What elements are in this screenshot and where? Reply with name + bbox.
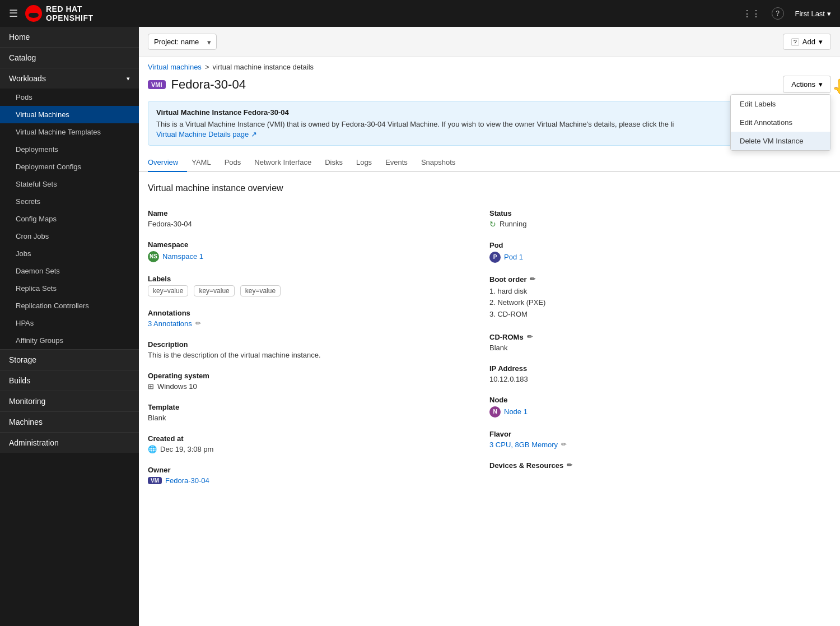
action-delete-vm-instance[interactable]: Delete VM Instance bbox=[731, 132, 830, 150]
label-tag-1: key=value bbox=[148, 285, 188, 296]
sidebar-item-replica-sets[interactable]: Replica Sets bbox=[0, 280, 139, 297]
vm-details-page-link[interactable]: Virtual Machine Details page ↗ bbox=[156, 130, 257, 138]
sidebar-item-storage[interactable]: Storage bbox=[0, 349, 139, 370]
sidebar-item-cron-jobs[interactable]: Cron Jobs bbox=[0, 228, 139, 245]
sidebar-item-pods[interactable]: Pods bbox=[0, 89, 139, 106]
actions-container: Actions ▾ Edit Labels Edit Annotations D… bbox=[783, 76, 831, 93]
sidebar-item-deployment-configs[interactable]: Deployment Configs bbox=[0, 158, 139, 175]
sidebar-item-builds[interactable]: Builds bbox=[0, 370, 139, 391]
info-box-title: Virtual Machine Instance Fedora-30-04 bbox=[156, 108, 823, 117]
overview-left-col: Name Fedora-30-04 Namespace NS Namspace … bbox=[148, 205, 489, 493]
sidebar-item-daemon-sets[interactable]: Daemon Sets bbox=[0, 262, 139, 280]
project-selector-wrapper: Project: name bbox=[148, 34, 217, 50]
actions-dropdown: Edit Labels Edit Annotations Delete VM I… bbox=[730, 94, 831, 151]
redhat-logo-icon bbox=[25, 4, 43, 22]
field-created-at-value: 🌐 Dec 19, 3:08 pm bbox=[148, 445, 489, 453]
boot-item-3: 3. CD-ROM bbox=[489, 309, 545, 321]
sidebar-item-administration[interactable]: Administration bbox=[0, 432, 139, 453]
devices-edit-icon[interactable]: ✏ bbox=[567, 461, 572, 469]
boot-order-edit-icon[interactable]: ✏ bbox=[530, 275, 535, 283]
field-template-value: Blank bbox=[148, 414, 489, 422]
help-icon[interactable]: ? bbox=[772, 7, 784, 20]
sidebar-item-vm-templates[interactable]: Virtual Machine Templates bbox=[0, 123, 139, 141]
sidebar-item-jobs[interactable]: Jobs bbox=[0, 245, 139, 262]
tab-disks[interactable]: Disks bbox=[325, 154, 352, 172]
annotations-link[interactable]: 3 Annotations bbox=[148, 319, 192, 328]
flavor-link[interactable]: 3 CPU, 8GB Memory bbox=[489, 440, 558, 449]
info-box: Virtual Machine Instance Fedora-30-04 Th… bbox=[148, 101, 831, 146]
field-boot-order: Boot order ✏ 1. hard disk 2. Network (PX… bbox=[489, 271, 831, 328]
flavor-edit-icon[interactable]: ✏ bbox=[561, 440, 567, 448]
field-name: Name Fedora-30-04 bbox=[148, 205, 489, 236]
field-node: Node N Node 1 bbox=[489, 391, 831, 425]
namespace-badge: NS bbox=[148, 251, 159, 262]
workloads-chevron-icon: ▾ bbox=[127, 75, 130, 82]
tab-yaml[interactable]: YAML bbox=[192, 154, 220, 172]
add-chevron-icon: ▾ bbox=[819, 38, 823, 46]
tab-overview[interactable]: Overview bbox=[148, 154, 187, 172]
sidebar-item-replication-controllers[interactable]: Replication Controllers bbox=[0, 297, 139, 314]
vm-owner-badge: VM bbox=[148, 477, 162, 484]
hamburger-icon[interactable]: ☰ bbox=[9, 7, 18, 20]
sidebar-item-home[interactable]: Home bbox=[0, 27, 139, 47]
field-name-value: Fedora-30-04 bbox=[148, 220, 489, 228]
page-title: Fedora-30-04 bbox=[171, 77, 246, 92]
node-badge: N bbox=[489, 406, 501, 418]
sidebar-item-monitoring[interactable]: Monitoring bbox=[0, 391, 139, 411]
info-box-text: This is a Virtual Machine Instance (VMI)… bbox=[156, 119, 823, 130]
sidebar-item-catalog[interactable]: Catalog bbox=[0, 47, 139, 68]
cd-roms-edit-icon[interactable]: ✏ bbox=[527, 333, 533, 341]
field-ip-value: 10.12.0.183 bbox=[489, 375, 831, 383]
field-status: Status ↻ Running bbox=[489, 205, 831, 237]
sidebar-item-secrets[interactable]: Secrets bbox=[0, 193, 139, 210]
field-cd-roms-value: Blank bbox=[489, 344, 831, 352]
tab-pods[interactable]: Pods bbox=[225, 154, 250, 172]
overview-content: Virtual machine instance overview Name F… bbox=[139, 172, 840, 504]
sidebar-item-workloads[interactable]: Workloads ▾ bbox=[0, 68, 139, 89]
tab-events[interactable]: Events bbox=[385, 154, 417, 172]
tab-snapshots[interactable]: Snapshots bbox=[421, 154, 464, 172]
boot-item-1: 1. hard disk bbox=[489, 286, 545, 298]
label-tag-2: key=value bbox=[194, 285, 234, 296]
sidebar-item-virtual-machines[interactable]: Virtual Machines bbox=[0, 106, 139, 123]
external-link-icon: ↗ bbox=[251, 130, 257, 138]
logo: RED HATOPENSHIFT bbox=[25, 4, 94, 22]
running-icon: ↻ bbox=[489, 220, 496, 229]
actions-button[interactable]: Actions ▾ bbox=[783, 76, 831, 93]
sidebar-item-hpas[interactable]: HPAs bbox=[0, 314, 139, 332]
overview-right-col: Status ↻ Running Pod P Pod 1 bbox=[489, 205, 831, 493]
main-content: Project: name ? Add ▾ Virtual machines >… bbox=[139, 27, 840, 626]
user-chevron-icon: ▾ bbox=[827, 10, 831, 18]
topbar: ☰ RED HATOPENSHIFT ⋮⋮ ? First Last ▾ bbox=[0, 0, 840, 27]
action-edit-annotations[interactable]: Edit Annotations bbox=[731, 113, 830, 132]
node-link[interactable]: Node 1 bbox=[504, 407, 528, 416]
tab-logs[interactable]: Logs bbox=[356, 154, 381, 172]
sidebar-item-machines[interactable]: Machines bbox=[0, 411, 139, 432]
breadcrumb-area: Virtual machines > virtual machine insta… bbox=[139, 57, 840, 71]
annotations-edit-icon[interactable]: ✏ bbox=[195, 319, 201, 327]
field-created-at: Created at 🌐 Dec 19, 3:08 pm bbox=[148, 430, 489, 461]
field-node-value: N Node 1 bbox=[489, 406, 831, 418]
tab-network-interface[interactable]: Network Interface bbox=[254, 154, 320, 172]
field-flavor: Flavor 3 CPU, 8GB Memory ✏ bbox=[489, 425, 831, 457]
overview-grid: Name Fedora-30-04 Namespace NS Namspace … bbox=[148, 205, 831, 493]
breadcrumb-parent-link[interactable]: Virtual machines bbox=[148, 63, 202, 71]
add-button[interactable]: ? Add ▾ bbox=[783, 34, 831, 50]
sidebar-item-affinity-groups[interactable]: Affinity Groups bbox=[0, 332, 139, 349]
namespace-link[interactable]: Namspace 1 bbox=[162, 252, 203, 261]
breadcrumb: Virtual machines > virtual machine insta… bbox=[148, 63, 831, 71]
boot-order-list: 1. hard disk 2. Network (PXE) 3. CD-ROM bbox=[489, 286, 545, 321]
add-icon: ? bbox=[791, 38, 799, 46]
pod-link[interactable]: Pod 1 bbox=[504, 253, 523, 261]
sidebar-item-deployments[interactable]: Deployments bbox=[0, 141, 139, 158]
user-menu[interactable]: First Last ▾ bbox=[795, 10, 831, 18]
field-annotations: Annotations 3 Annotations ✏ bbox=[148, 304, 489, 336]
grid-icon[interactable]: ⋮⋮ bbox=[743, 8, 760, 19]
action-edit-labels[interactable]: Edit Labels bbox=[731, 95, 830, 113]
field-status-value: ↻ Running bbox=[489, 220, 831, 229]
owner-link[interactable]: Fedora-30-04 bbox=[165, 476, 209, 485]
field-description: Description This is the description of t… bbox=[148, 336, 489, 367]
sidebar-item-config-maps[interactable]: Config Maps bbox=[0, 210, 139, 228]
project-select[interactable]: Project: name bbox=[148, 34, 217, 50]
sidebar-item-stateful-sets[interactable]: Stateful Sets bbox=[0, 175, 139, 193]
